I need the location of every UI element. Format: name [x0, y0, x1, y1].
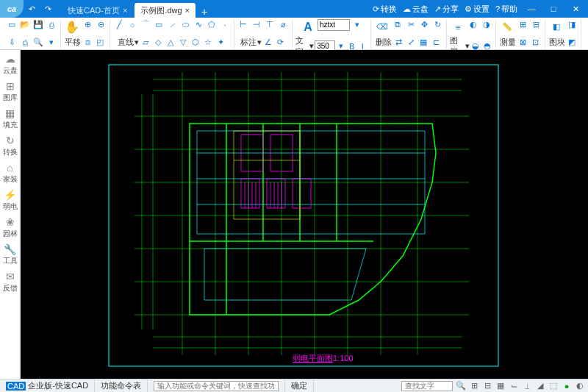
print-icon[interactable]: ⎙ — [19, 37, 31, 49]
d4-icon[interactable]: ▽ — [177, 37, 189, 49]
snap8-icon[interactable]: ● — [562, 381, 572, 391]
search-icon[interactable]: 🔍 — [456, 381, 466, 391]
find-icon[interactable]: 🔍 — [32, 37, 44, 49]
copy-icon[interactable]: ⧉ — [392, 19, 404, 31]
zoomfit-icon[interactable]: ⧈ — [82, 37, 93, 49]
sidebar-item-云盘[interactable]: ☁云盘 — [3, 53, 18, 76]
save-icon[interactable]: 💾 — [32, 19, 44, 31]
zoomout-icon[interactable]: ⊖ — [95, 19, 107, 31]
line-icon[interactable]: ╱ — [113, 19, 125, 31]
tab-close-icon[interactable]: × — [185, 6, 190, 15]
d5-icon[interactable]: ⬡ — [190, 37, 201, 49]
d1-icon[interactable]: ▱ — [140, 37, 151, 49]
undo-button[interactable]: ↶ — [25, 2, 38, 15]
text-icon[interactable]: A — [300, 19, 316, 35]
sidebar-item-家装[interactable]: ⌂家装 — [3, 162, 18, 185]
layer-icon[interactable]: ≡ — [450, 19, 466, 35]
b2-icon[interactable]: ◩ — [566, 37, 578, 49]
cut-icon[interactable]: ✂ — [405, 19, 417, 31]
m1-icon[interactable]: ⊞ — [517, 19, 528, 31]
trim-icon[interactable]: ⊏ — [430, 37, 442, 49]
snap4-icon[interactable]: ⌙ — [509, 381, 519, 391]
circle-icon[interactable]: ○ — [126, 19, 138, 31]
rect-icon[interactable]: ▭ — [153, 19, 165, 31]
snap1-icon[interactable]: ⊞ — [469, 381, 479, 391]
dim4-icon[interactable]: ⌀ — [277, 19, 289, 31]
arc-icon[interactable]: ⌒ — [140, 19, 151, 31]
snap7-icon[interactable]: ⬚ — [548, 381, 559, 391]
open-icon[interactable]: 📂 — [19, 19, 31, 31]
app-logo[interactable]: ca — [0, 0, 24, 18]
cloud-link[interactable]: ☁云盘 — [403, 4, 429, 15]
mirror-icon[interactable]: ⇄ — [392, 37, 404, 49]
new-icon[interactable]: ▭ — [6, 19, 18, 31]
search-input[interactable] — [401, 381, 453, 391]
sidebar-item-反馈[interactable]: ✉反馈 — [3, 271, 18, 293]
sidebar-item-图库[interactable]: ⊞图库 — [3, 80, 18, 103]
ok-button[interactable]: 确定 — [285, 379, 314, 393]
m4-icon[interactable]: ⊡ — [529, 37, 541, 49]
tab-add-button[interactable]: + — [197, 6, 212, 18]
scale-icon[interactable]: ⤢ — [405, 37, 417, 49]
dim5-icon[interactable]: ∠ — [262, 37, 274, 49]
snap9-icon[interactable]: ◐ — [575, 381, 585, 391]
help-link[interactable]: ?帮助 — [495, 4, 517, 15]
l2-icon[interactable]: ◑ — [481, 19, 492, 31]
pan-icon[interactable]: ✋ — [64, 19, 80, 35]
b1-icon[interactable]: ◨ — [566, 19, 578, 31]
minimize-button[interactable]: — — [525, 2, 538, 15]
move-icon[interactable]: ✥ — [418, 19, 430, 31]
sidebar-item-工具[interactable]: 🔧工具 — [3, 243, 18, 266]
spline-icon[interactable]: ∿ — [193, 19, 204, 31]
m3-icon[interactable]: ⊠ — [517, 37, 528, 49]
array-icon[interactable]: ▦ — [417, 37, 429, 49]
zoomwin-icon[interactable]: ◰ — [94, 37, 106, 49]
d7-icon[interactable]: ✦ — [215, 37, 226, 49]
style-select[interactable] — [318, 19, 350, 31]
rotate-icon[interactable]: ↻ — [431, 19, 443, 31]
polyline-icon[interactable]: ⟋ — [166, 19, 178, 31]
dim6-icon[interactable]: ⟳ — [275, 37, 287, 49]
dim2-icon[interactable]: ⊣ — [251, 19, 262, 31]
convert-link[interactable]: ⟳转换 — [373, 4, 397, 15]
export-icon[interactable]: ⇩ — [6, 37, 18, 49]
more-icon[interactable]: ▾ — [46, 37, 57, 49]
tab-file[interactable]: 示例图.dwg× — [135, 3, 196, 18]
snap5-icon[interactable]: ⟂ — [522, 381, 532, 391]
d3-icon[interactable]: △ — [165, 37, 176, 49]
point-icon[interactable]: · — [219, 19, 231, 31]
color-icon[interactable]: ◕ — [584, 19, 588, 35]
snap6-icon[interactable]: ◢ — [535, 381, 545, 391]
dim3-icon[interactable]: ⊤ — [264, 19, 276, 31]
block-icon[interactable]: ◧ — [548, 19, 564, 35]
style-dd-icon[interactable]: ▾ — [351, 19, 363, 31]
sidebar-item-转换[interactable]: ↻转换 — [3, 135, 18, 157]
saveas-icon[interactable]: ⎙ — [46, 19, 57, 31]
tab-close-icon[interactable]: × — [123, 6, 127, 15]
measure-icon[interactable]: 📏 — [499, 19, 515, 35]
ellipse-icon[interactable]: ⬭ — [179, 19, 191, 31]
drawing-canvas[interactable]: 弱电平面图 1:100 — [21, 50, 588, 379]
redo-button[interactable]: ↷ — [41, 2, 54, 15]
d2-icon[interactable]: ◇ — [152, 37, 164, 49]
version-badge[interactable]: CAD企业版-快速CAD — [0, 379, 95, 393]
snap2-icon[interactable]: ⊟ — [482, 381, 492, 391]
polygon-icon[interactable]: ⬠ — [206, 19, 218, 31]
sidebar-item-填充[interactable]: ▦填充 — [3, 107, 18, 130]
settings-link[interactable]: ⚙设置 — [465, 4, 490, 15]
m2-icon[interactable]: ⊟ — [530, 19, 542, 31]
l1-icon[interactable]: ◐ — [467, 19, 479, 31]
cmd-table-button[interactable]: 功能命令表 — [95, 379, 148, 393]
close-button[interactable]: ✕ — [569, 2, 582, 15]
zoomin-icon[interactable]: ⊕ — [82, 19, 93, 31]
snap3-icon[interactable]: ▦ — [495, 381, 506, 391]
share-link[interactable]: ↗分享 — [434, 4, 459, 15]
delete-icon[interactable]: ⌫ — [374, 19, 390, 35]
d6-icon[interactable]: ☆ — [202, 37, 214, 49]
cmd-input[interactable] — [154, 381, 279, 391]
dim1-icon[interactable]: ⊢ — [237, 19, 249, 31]
sidebar-item-园林[interactable]: ❀园林 — [3, 216, 18, 239]
sidebar-item-弱电[interactable]: ⚡弱电 — [3, 189, 18, 212]
tab-home[interactable]: 快速CAD-首页× — [62, 3, 133, 18]
maximize-button[interactable]: □ — [547, 2, 560, 15]
